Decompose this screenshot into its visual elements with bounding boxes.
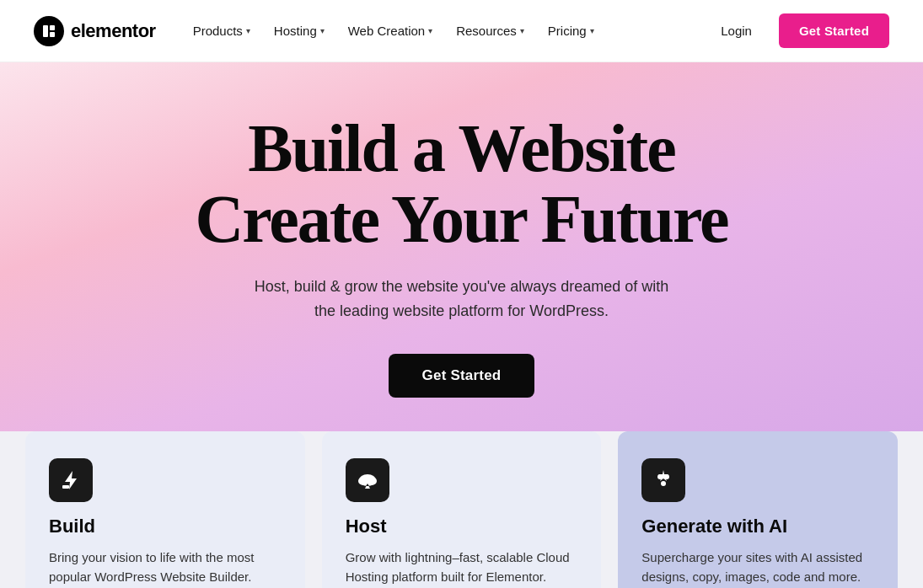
svg-rect-0	[43, 25, 48, 37]
navbar: elementor Products ▾ Hosting ▾ Web Creat…	[0, 0, 923, 62]
chevron-down-icon: ▾	[520, 26, 524, 35]
login-button[interactable]: Login	[707, 17, 765, 45]
card-host-title: Host	[346, 516, 578, 537]
logo-text: elementor	[71, 20, 156, 42]
logo-icon	[34, 16, 64, 46]
svg-rect-1	[50, 25, 55, 30]
svg-point-12	[661, 481, 666, 486]
svg-point-7	[367, 477, 377, 485]
nav-actions: Login Get Started	[707, 13, 889, 48]
ai-icon	[641, 458, 685, 502]
nav-item-resources[interactable]: Resources ▾	[446, 17, 534, 45]
card-build-title: Build	[49, 516, 282, 537]
card-build: Build Bring your vision to life with the…	[25, 431, 305, 588]
card-ai-desc: Supercharge your sites with AI assisted …	[641, 548, 874, 587]
nav-item-products[interactable]: Products ▾	[183, 17, 260, 45]
hero-cta-button[interactable]: Get Started	[389, 354, 535, 398]
nav-item-hosting[interactable]: Hosting ▾	[264, 17, 335, 45]
svg-rect-4	[62, 485, 69, 489]
logo[interactable]: elementor	[34, 16, 156, 46]
svg-rect-2	[50, 32, 55, 37]
chevron-down-icon: ▾	[320, 26, 325, 35]
nav-item-pricing[interactable]: Pricing ▾	[538, 17, 604, 45]
get-started-nav-button[interactable]: Get Started	[779, 13, 889, 48]
nav-item-web-creation[interactable]: Web Creation ▾	[338, 17, 443, 45]
chevron-down-icon: ▾	[428, 26, 432, 35]
hero-title: Build a Website Create Your Future	[195, 113, 727, 254]
card-ai: Generate with AI Supercharge your sites …	[618, 431, 898, 588]
card-build-desc: Bring your vision to life with the most …	[49, 548, 282, 587]
cloud-icon	[346, 458, 389, 502]
cards-section: Build Bring your vision to life with the…	[0, 431, 923, 588]
card-host: Host Grow with lightning–fast, scalable …	[322, 431, 602, 588]
chevron-down-icon: ▾	[246, 26, 250, 35]
card-host-desc: Grow with lightning–fast, scalable Cloud…	[346, 548, 578, 587]
nav-links: Products ▾ Hosting ▾ Web Creation ▾ Reso…	[183, 17, 708, 45]
build-icon	[49, 458, 93, 502]
hero-section: Build a Website Create Your Future Host,…	[0, 62, 923, 431]
chevron-down-icon: ▾	[590, 26, 594, 35]
hero-subtitle: Host, build & grow the website you've al…	[243, 275, 681, 323]
card-ai-title: Generate with AI	[641, 516, 874, 537]
